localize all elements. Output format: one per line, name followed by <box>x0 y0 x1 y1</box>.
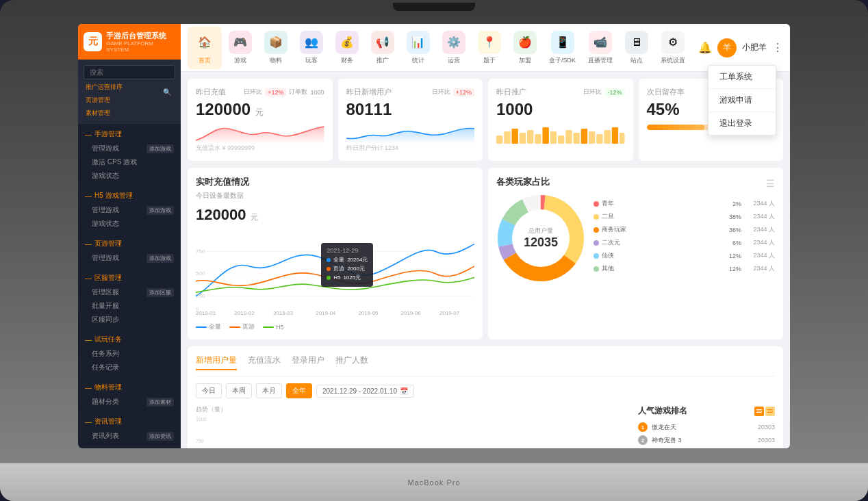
legend-anime: 二次元 6% 2344 人 <box>593 238 775 247</box>
stat-change-newuser: +12% <box>453 88 474 97</box>
tab-recharge[interactable]: 充值流水 <box>248 355 281 370</box>
ranking-header: 人气游戏排名 <box>638 405 775 417</box>
search-input[interactable] <box>84 65 175 79</box>
sort-btn-2[interactable] <box>765 407 775 416</box>
svg-rect-0 <box>496 136 502 144</box>
bottom-filters: 今日 本周 本月 全年 2021.12.29 - 2022.01.10 📅 <box>196 383 775 398</box>
bottom-row: 新增用户量 充值流水 登录用户 推广人数 今日 本周 本月 全年 2021.12… <box>188 346 783 448</box>
legend-youth: 青年 2% 2344 人 <box>593 199 775 208</box>
filter-month[interactable]: 本月 <box>256 383 282 398</box>
sparkline-promote <box>496 123 625 144</box>
calendar-icon: 📅 <box>400 387 408 395</box>
nav-item-topic[interactable]: 📍 题于 <box>472 27 507 69</box>
svg-text:2019-05: 2019-05 <box>358 310 378 316</box>
nav-items: 🏠 首页 🎮 游戏 📦 物料 👥 玩客 <box>188 27 697 69</box>
stat-sub-newuser: 昨日用户分计 1234 <box>346 144 475 153</box>
sidebar-item-cps[interactable]: 激活 CPS 游戏 <box>78 155 181 169</box>
svg-rect-15 <box>612 127 618 144</box>
sparkline-recharge <box>196 123 324 144</box>
sidebar-item-h5-manage[interactable]: 管理游戏添加游戏 <box>78 203 181 217</box>
dropdown-item-workorder[interactable]: 工单系统 <box>709 66 776 89</box>
search-item-3[interactable]: 素材管理 <box>84 108 112 118</box>
add-h5-btn[interactable]: 添加游戏 <box>146 206 174 215</box>
nav-item-franchise[interactable]: 🍎 加盟 <box>508 27 542 69</box>
trend-label: 趋势（量） <box>196 405 627 414</box>
notification-bell[interactable]: 🔔 <box>698 41 712 54</box>
svg-rect-12 <box>589 131 595 144</box>
search-item-1[interactable]: 推广运营排序 <box>84 82 125 92</box>
sidebar-logo: 元 <box>84 32 102 51</box>
nav-item-stats[interactable]: 📊 统计 <box>401 27 435 69</box>
recharge-chart-card: 实时充值情况 今日设备最数据 120000 元 2021-12-29 <box>188 168 483 339</box>
sidebar-item-pagegame[interactable]: 管理游戏添加游戏 <box>78 251 181 265</box>
pie-section: 总用户量 12035 青年 2% 2344 人 <box>496 194 775 283</box>
tab-new-user[interactable]: 新增用户量 <box>196 355 237 370</box>
nav-item-finance[interactable]: 💰 财务 <box>330 27 364 69</box>
nav-more-btn[interactable]: ⋮ <box>772 41 783 54</box>
add-material-btn[interactable]: 添加素材 <box>146 398 174 407</box>
filter-year[interactable]: 全年 <box>286 383 312 398</box>
legend-biz: 商务玩家 36% 2344 人 <box>593 225 775 234</box>
sidebar-item-game-status[interactable]: 游戏状态 <box>78 169 181 183</box>
recharge-chart-value: 120000 元 <box>196 206 474 224</box>
svg-rect-10 <box>574 133 580 144</box>
svg-rect-11 <box>581 129 587 144</box>
sidebar-section-h5: H5 游戏管理 管理游戏添加游戏 游戏状态 <box>78 185 181 233</box>
stat-sub-recharge: 充值流水 ¥ 99999999 <box>196 144 324 153</box>
y-axis: 1000 750 500 250 <box>196 417 215 448</box>
sidebar-item-news-list[interactable]: 资讯列表添加资讯 <box>78 429 181 443</box>
nav-item-player[interactable]: 👥 玩客 <box>294 27 329 69</box>
add-news-btn[interactable]: 添加资讯 <box>146 432 174 441</box>
sidebar-item-h5-status[interactable]: 游戏状态 <box>78 217 181 231</box>
sidebar-section-video: 视频管理 视频列表添加视频 评论配置 <box>78 446 181 448</box>
nav-item-game[interactable]: 🎮 游戏 <box>223 27 257 69</box>
bar-chart-area: 趋势（量） 1000 750 500 250 <box>196 405 627 448</box>
nav-item-ops[interactable]: ⚙️ 运营 <box>437 27 471 69</box>
sidebar-item-batch-server[interactable]: 批量开服 <box>78 299 181 313</box>
sidebar-item-topic[interactable]: 题材分类添加素材 <box>78 395 181 409</box>
search-item-2[interactable]: 页游管理 <box>84 95 112 105</box>
bars-inner: 1月 2月 新增 692 <box>196 417 627 448</box>
sidebar-item-sync-server[interactable]: 区服同步 <box>78 313 181 326</box>
dashboard: 昨日充值 日环比 +12% 订单数 1000 120000 元 <box>181 72 790 448</box>
sidebar-item-manage-game[interactable]: 管理游戏添加游戏 <box>78 142 181 155</box>
legend-other: 其他 12% 2344 人 <box>593 264 775 273</box>
section-title-h5: H5 游戏管理 <box>78 188 181 203</box>
legend-item-total: 全量 <box>196 322 221 331</box>
nav-item-site[interactable]: 🖥 站点 <box>620 27 654 69</box>
svg-rect-8 <box>558 136 564 144</box>
add-game-btn[interactable]: 添加游戏 <box>146 144 174 153</box>
nav-item-promote[interactable]: 📢 推广 <box>366 27 400 69</box>
player-chart-menu[interactable]: ☰ <box>766 178 775 189</box>
add-server-btn[interactable]: 添加区服 <box>146 288 174 297</box>
sidebar-item-server-manage[interactable]: 管理区服添加区服 <box>78 285 181 299</box>
sort-btn-1[interactable] <box>754 407 764 416</box>
dropdown-item-gameapply[interactable]: 游戏申请 <box>709 89 776 112</box>
nav-item-home[interactable]: 🏠 首页 <box>188 27 222 69</box>
bottom-content: 趋势（量） 1000 750 500 250 <box>196 405 775 448</box>
stat-value-promote: 1000 <box>496 100 625 119</box>
stats-row: 昨日充值 日环比 +12% 订单数 1000 120000 元 <box>188 79 783 161</box>
sidebar-item-task-record[interactable]: 任务记录 <box>78 361 181 374</box>
date-range[interactable]: 2021.12.29 - 2022.01.10 📅 <box>316 385 414 398</box>
player-chart-header: 各类玩家占比 ☰ <box>496 176 775 191</box>
recharge-chart-title: 实时充值情况 <box>196 176 474 188</box>
tab-login-user[interactable]: 登录用户 <box>292 355 324 370</box>
svg-rect-2 <box>512 129 518 144</box>
ranking-item-1: 1 傲龙在天 20303 <box>638 422 775 432</box>
filter-week[interactable]: 本周 <box>226 383 252 398</box>
bars-container: 1000 750 500 250 <box>196 417 627 448</box>
chart-legend: 全量 页游 H5 <box>196 322 474 331</box>
app-title: 手游后台管理系统 <box>106 31 175 40</box>
tab-promote-count[interactable]: 推广人数 <box>335 355 368 370</box>
filter-today[interactable]: 今日 <box>196 383 222 398</box>
section-title-pagegame: 页游管理 <box>78 236 181 251</box>
nav-item-live[interactable]: 📹 直播管理 <box>583 27 618 69</box>
pie-legend: 青年 2% 2344 人 二旦 38% 2344 人 <box>593 199 775 277</box>
dropdown-item-logout[interactable]: 退出登录 <box>709 112 776 135</box>
sidebar-item-task-series[interactable]: 任务系列 <box>78 347 181 361</box>
nav-item-settings[interactable]: ⚙ 系统设置 <box>655 27 691 69</box>
add-pagegame-btn[interactable]: 添加游戏 <box>146 254 174 263</box>
nav-item-sdk[interactable]: 📱 盒子/SDK <box>544 27 581 69</box>
nav-item-material[interactable]: 📦 物料 <box>259 27 293 69</box>
